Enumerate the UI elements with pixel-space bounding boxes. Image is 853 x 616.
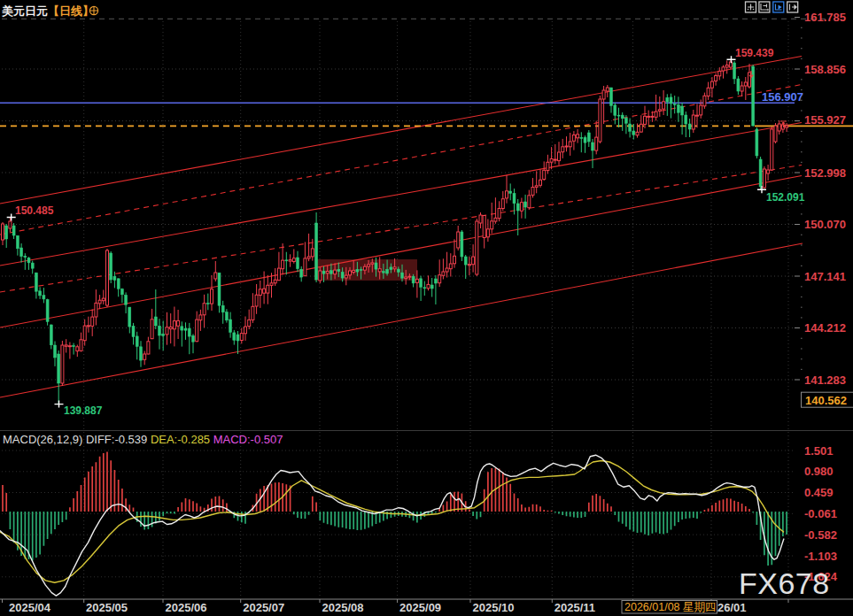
svg-text:2025/07: 2025/07 — [243, 601, 284, 614]
svg-text:2025/04: 2025/04 — [9, 601, 51, 614]
svg-text:141.283: 141.283 — [804, 373, 846, 387]
svg-text:26/01: 26/01 — [717, 601, 747, 614]
svg-text:-0.582: -0.582 — [804, 528, 837, 542]
svg-text:2025/06: 2025/06 — [166, 601, 207, 614]
svg-text:155.927: 155.927 — [804, 113, 846, 127]
svg-text:144.212: 144.212 — [804, 321, 846, 335]
svg-text:0.459: 0.459 — [804, 486, 834, 499]
svg-text:FX678: FX678 — [739, 566, 830, 600]
svg-text:2025/09: 2025/09 — [399, 601, 441, 614]
svg-text:158.856: 158.856 — [804, 63, 846, 76]
svg-text:150.070: 150.070 — [804, 218, 846, 231]
svg-text:2026/01/08 星期四: 2026/01/08 星期四 — [624, 601, 717, 613]
svg-text:-1.103: -1.103 — [804, 550, 837, 563]
svg-text:156.907: 156.907 — [762, 90, 803, 104]
svg-text:1.501: 1.501 — [804, 444, 834, 458]
svg-text:152.091: 152.091 — [766, 191, 805, 204]
svg-text:-0.061: -0.061 — [804, 507, 837, 520]
svg-text:159.439: 159.439 — [735, 47, 774, 59]
svg-text:161.785: 161.785 — [804, 11, 846, 24]
svg-text:美元日元【日线】: 美元日元【日线】 — [1, 4, 94, 18]
svg-text:152.998: 152.998 — [804, 166, 846, 180]
svg-text:2025/05: 2025/05 — [86, 601, 128, 614]
svg-text:147.141: 147.141 — [804, 270, 846, 283]
svg-text:140.562: 140.562 — [805, 394, 847, 407]
svg-text:0.980: 0.980 — [804, 465, 834, 478]
svg-text:2025/10: 2025/10 — [473, 601, 515, 614]
svg-text:2025/08: 2025/08 — [322, 601, 364, 614]
svg-text:139.887: 139.887 — [64, 404, 103, 417]
svg-text:MACD(26,12,9) DIFF:-0.539 DEA:: MACD(26,12,9) DIFF:-0.539 DEA:-0.285 MAC… — [3, 433, 283, 446]
svg-text:150.485: 150.485 — [15, 204, 54, 217]
svg-text:2025/11: 2025/11 — [554, 601, 595, 614]
